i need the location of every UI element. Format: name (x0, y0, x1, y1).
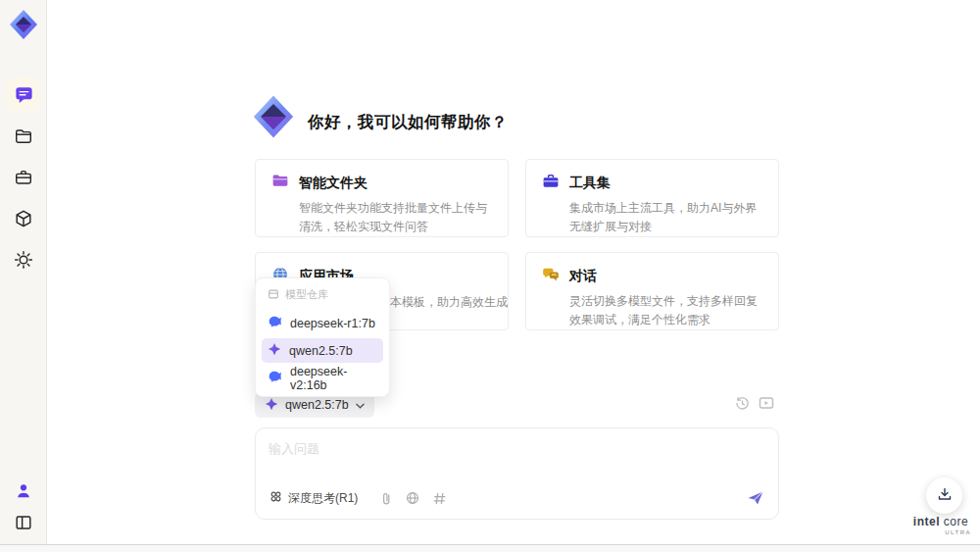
briefcase-icon (14, 168, 33, 187)
card-dialog[interactable]: 对话 灵活切换多模型文件，支持多样回复效果调试，满足个性化需求 (525, 252, 779, 330)
intel-core-badge: intel core ULTRA (910, 515, 971, 535)
model-option-deepseek-v2[interactable]: deepseek-v2:16b (262, 366, 383, 390)
intel-product-text: core (944, 515, 968, 528)
card-title: 智能文件夹 (299, 175, 368, 192)
sidebar-item-account[interactable] (7, 475, 40, 508)
composer-toolbar: 深度思考(R1) (270, 487, 764, 509)
qwen-icon (265, 397, 278, 414)
window-bottom-strip (0, 545, 980, 552)
app-logo-icon (8, 9, 39, 40)
model-dropdown-header-label: 模型仓库 (285, 287, 328, 302)
globe-icon[interactable] (406, 491, 419, 505)
grid-icon[interactable] (433, 492, 446, 505)
panel-toggle-icon (14, 513, 33, 532)
sidebar-item-settings[interactable] (7, 243, 40, 276)
greeting-logo-icon (251, 94, 296, 139)
model-dropdown-header: 模型仓库 (262, 284, 383, 308)
model-option-label: qwen2.5:7b (289, 344, 353, 358)
deep-think-label: 深度思考(R1) (288, 490, 358, 507)
deepseek-icon (268, 315, 282, 331)
gear-icon (14, 250, 33, 270)
model-option-label: deepseek-v2:16b (290, 365, 377, 392)
intel-brand-text: intel (913, 515, 940, 528)
folder-icon (14, 126, 33, 146)
card-description: 灵活切换多模型文件，支持多样回复效果调试，满足个性化需求 (542, 292, 762, 328)
dialog-icon (542, 266, 560, 286)
chat-toolbar (735, 396, 774, 411)
chat-composer: 深度思考(R1) (255, 427, 779, 520)
attachment-icon[interactable] (381, 491, 392, 506)
video-icon[interactable] (759, 396, 774, 411)
model-dropdown: 模型仓库 deepseek-r1:7b qwen2.5:7b (255, 277, 390, 397)
model-option-qwen[interactable]: qwen2.5:7b (262, 338, 383, 363)
deep-think-icon (270, 490, 282, 506)
send-button[interactable] (747, 490, 764, 506)
smart-folder-icon (271, 173, 289, 193)
sidebar-collapse-button[interactable] (7, 506, 40, 539)
sidebar (0, 0, 47, 544)
composer-icons (381, 491, 446, 506)
user-icon (14, 481, 33, 501)
sidebar-item-models[interactable] (7, 202, 40, 235)
deepseek-icon (268, 370, 282, 386)
card-title: 对话 (569, 268, 597, 285)
download-icon (937, 486, 953, 506)
sidebar-item-tools[interactable] (7, 161, 40, 194)
qwen-icon (268, 342, 281, 359)
app-window: 你好，我可以如何帮助你？ 智能文件夹 智能文件夹功能支持批量文件上传与清洗，轻松… (0, 0, 980, 552)
deep-think-toggle[interactable]: 深度思考(R1) (270, 490, 358, 507)
cube-icon (14, 209, 33, 228)
card-title: 工具集 (569, 175, 611, 192)
repo-icon (268, 288, 279, 302)
chat-input[interactable] (269, 436, 739, 460)
sidebar-item-chat[interactable] (7, 77, 40, 111)
model-option-label: deepseek-r1:7b (290, 317, 375, 330)
chat-bubble-icon (14, 84, 34, 105)
model-selector-label: qwen2.5:7b (285, 398, 349, 412)
download-button[interactable] (926, 477, 962, 514)
card-description: 集成市场上主流工具，助力AI与外界无缝扩展与对接 (542, 199, 762, 235)
sidebar-item-folders[interactable] (7, 120, 40, 153)
intel-tier-text: ULTRA (910, 529, 971, 535)
card-toolset[interactable]: 工具集 集成市场上主流工具，助力AI与外界无缝扩展与对接 (525, 159, 779, 237)
history-icon[interactable] (735, 396, 750, 411)
card-description: 智能文件夹功能支持批量文件上传与清洗，轻松实现文件问答 (271, 199, 492, 235)
chevron-down-icon (356, 398, 365, 412)
model-option-deepseek-r1[interactable]: deepseek-r1:7b (262, 311, 383, 335)
card-smart-folder[interactable]: 智能文件夹 智能文件夹功能支持批量文件上传与清洗，轻松实现文件问答 (255, 159, 509, 237)
greeting-title: 你好，我可以如何帮助你？ (308, 112, 508, 133)
toolbox-icon (542, 173, 560, 193)
